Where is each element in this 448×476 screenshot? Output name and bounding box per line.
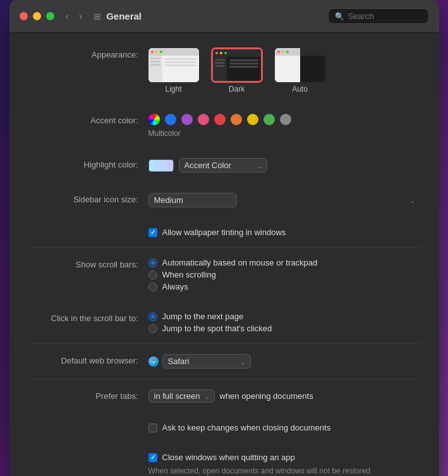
accent-colors — [148, 114, 420, 125]
show-scroll-bars-row: Show scroll bars: Automatically based on… — [28, 258, 420, 302]
safari-icon — [148, 357, 159, 367]
browser-select[interactable]: Safari Chrome Firefox — [162, 354, 251, 369]
highlight-swatch — [148, 159, 174, 172]
ask-keep-label: Ask to keep changes when closing documen… — [162, 423, 331, 432]
sidebar-icon-size-content: Small Medium Large — [148, 193, 420, 207]
appearance-auto[interactable]: Auto — [275, 48, 325, 94]
default-browser-content: Safari Chrome Firefox — [148, 354, 420, 369]
sidebar-size-select[interactable]: Small Medium Large — [148, 193, 237, 207]
click-scroll-bar-content: Jump to the next page Jump to the spot t… — [148, 312, 420, 333]
search-icon: 🔍 — [335, 12, 344, 21]
wallpaper-tinting-row: Allow wallpaper tinting in windows — [28, 228, 420, 248]
close-button[interactable] — [20, 12, 28, 20]
close-windows-label: Close windows when quitting an app — [162, 453, 295, 462]
titlebar: ‹ › ⊞ General 🔍 — [9, 0, 439, 33]
scroll-always-label: Always — [162, 282, 188, 291]
appearance-dark[interactable]: Dark — [212, 48, 262, 94]
window: ‹ › ⊞ General 🔍 Appearance: — [9, 0, 439, 476]
ask-keep-checkbox[interactable] — [148, 424, 157, 432]
browser-select-wrapper: Safari Chrome Firefox — [162, 354, 251, 369]
scroll-always-radio[interactable] — [148, 283, 157, 291]
accent-orange[interactable] — [231, 114, 242, 125]
wallpaper-checkbox[interactable] — [148, 228, 157, 237]
wallpaper-label-spacer — [28, 228, 148, 229]
accent-multicolor[interactable] — [148, 114, 160, 125]
appearance-auto-thumb — [275, 48, 325, 82]
back-button[interactable]: ‹ — [62, 9, 73, 23]
click-next-page-label: Jump to the next page — [162, 312, 244, 321]
default-browser-label: Default web browser: — [28, 354, 148, 367]
traffic-lights — [20, 12, 54, 20]
scroll-scrolling-label: When scrolling — [162, 270, 216, 279]
search-input[interactable] — [348, 11, 422, 21]
show-scroll-bars-label: Show scroll bars: — [28, 258, 148, 271]
sidebar-icon-size-label: Sidebar icon size: — [28, 193, 148, 205]
scroll-auto-radio-row: Automatically based on mouse or trackpad — [148, 258, 420, 267]
sidebar-size-select-wrapper: Small Medium Large — [148, 193, 420, 207]
maximize-button[interactable] — [46, 12, 54, 20]
minimize-button[interactable] — [33, 12, 41, 20]
highlight-row: Accent Color — [148, 158, 420, 173]
accent-color-row: Accent color: Multicolor — [28, 114, 420, 148]
accent-color-label: Accent color: — [28, 114, 148, 126]
close-windows-spacer — [28, 453, 148, 454]
click-next-page-row: Jump to the next page — [148, 312, 420, 321]
click-scroll-bar-label: Click in the scroll bar to: — [28, 312, 148, 324]
click-spot-row: Jump to the spot that's clicked — [148, 324, 420, 333]
prefer-tabs-suffix: when opening documents — [220, 391, 313, 401]
highlight-select-wrapper: Accent Color — [179, 158, 267, 173]
accent-red[interactable] — [214, 114, 226, 125]
ask-keep-spacer — [28, 423, 148, 424]
click-next-page-radio[interactable] — [148, 312, 157, 321]
appearance-dark-label: Dark — [229, 85, 245, 94]
search-box: 🔍 — [328, 8, 429, 24]
content-wrapper: Appearance: — [9, 33, 439, 476]
highlight-select[interactable]: Accent Color — [179, 158, 267, 173]
ask-keep-checkbox-row: Ask to keep changes when closing documen… — [148, 423, 420, 432]
appearance-row: Appearance: — [28, 48, 420, 104]
nav-buttons: ‹ › — [62, 9, 87, 23]
window-title: General — [106, 11, 327, 21]
appearance-label: Appearance: — [28, 48, 148, 61]
prefer-tabs-row: Prefer tabs: always in full screen never… — [28, 389, 420, 413]
click-spot-label: Jump to the spot that's clicked — [162, 324, 272, 333]
scroll-auto-radio[interactable] — [148, 259, 157, 267]
click-spot-radio[interactable] — [148, 324, 157, 333]
prefer-tabs-select[interactable]: always in full screen never — [148, 389, 215, 403]
close-windows-content: Close windows when quitting an app When … — [148, 453, 420, 476]
scroll-auto-label: Automatically based on mouse or trackpad — [162, 258, 318, 267]
accent-green[interactable] — [263, 114, 275, 125]
accent-color-content: Multicolor — [148, 114, 420, 138]
accent-blue[interactable] — [165, 114, 176, 125]
prefer-tabs-content: always in full screen never when opening… — [148, 389, 420, 403]
svg-marker-3 — [152, 359, 154, 362]
wallpaper-checkbox-label: Allow wallpaper tinting in windows — [162, 228, 286, 237]
scroll-scrolling-radio-row: When scrolling — [148, 270, 420, 279]
show-scroll-bars-content: Automatically based on mouse or trackpad… — [148, 258, 420, 291]
forward-button[interactable]: › — [75, 9, 86, 23]
accent-yellow[interactable] — [247, 114, 258, 125]
prefer-tabs-label: Prefer tabs: — [28, 389, 148, 402]
accent-graphite[interactable] — [280, 114, 291, 125]
appearance-options-container: Light — [148, 48, 420, 94]
ask-keep-content: Ask to keep changes when closing documen… — [148, 423, 420, 432]
highlight-color-label: Highlight color: — [28, 158, 148, 171]
close-windows-subtext: When selected, open documents and window… — [148, 466, 382, 476]
grid-icon: ⊞ — [94, 11, 101, 21]
ask-keep-changes-row: Ask to keep changes when closing documen… — [28, 423, 420, 442]
appearance-dark-thumb — [212, 48, 262, 82]
wallpaper-content: Allow wallpaper tinting in windows — [148, 228, 420, 237]
accent-purple[interactable] — [181, 114, 193, 125]
close-windows-checkbox[interactable] — [148, 453, 157, 462]
prefer-tabs-select-wrapper: always in full screen never — [148, 389, 215, 403]
appearance-light-label: Light — [165, 85, 181, 94]
prefer-tabs-inline: always in full screen never when opening… — [148, 389, 420, 403]
click-scroll-bar-row: Click in the scroll bar to: Jump to the … — [28, 312, 420, 344]
scroll-scrolling-radio[interactable] — [148, 271, 157, 279]
wallpaper-checkbox-row: Allow wallpaper tinting in windows — [148, 228, 420, 237]
appearance-light[interactable]: Light — [148, 48, 199, 94]
highlight-color-row: Highlight color: Accent Color — [28, 158, 420, 183]
default-browser-row: Default web browser: — [28, 354, 420, 379]
accent-pink[interactable] — [198, 114, 209, 125]
appearance-light-thumb — [148, 48, 199, 82]
